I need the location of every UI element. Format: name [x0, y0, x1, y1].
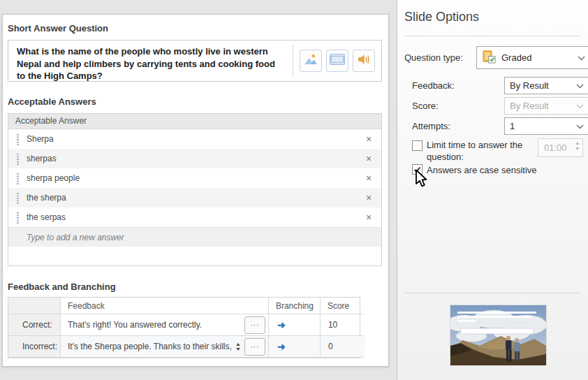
image-icon — [304, 53, 318, 68]
case-sensitive-label[interactable]: Answers are case sensitive — [427, 165, 537, 175]
score-dropdown-disabled: By Result — [504, 97, 588, 115]
feedback-branching-heading: Feedback and Branching — [8, 282, 116, 292]
attempts-label: Attempts: — [412, 121, 450, 131]
feedback-label: Feedback: — [412, 80, 455, 91]
score-label: Score: — [412, 101, 439, 111]
answer-row[interactable]: the sherpa × — [8, 188, 381, 207]
acceptable-answer-column-header: Acceptable Answer — [8, 114, 381, 129]
chevron-down-icon — [576, 101, 584, 111]
add-video-button[interactable] — [326, 50, 348, 72]
case-sensitive-checkbox[interactable] — [412, 164, 422, 175]
score-column-header: Score — [321, 298, 365, 314]
remove-answer-icon[interactable]: × — [356, 192, 381, 203]
question-type-value: Graded — [501, 52, 572, 63]
remove-answer-icon[interactable]: × — [356, 173, 381, 184]
add-image-button[interactable] — [300, 50, 322, 72]
slide-options-title: Slide Options — [404, 10, 479, 24]
feedback-dropdown[interactable]: By Result — [504, 77, 588, 94]
chevron-down-icon — [576, 121, 584, 131]
add-answer-input[interactable]: Type to add a new answer — [8, 227, 381, 247]
time-spinner-icon — [575, 142, 580, 150]
chevron-down-icon — [576, 80, 584, 91]
correct-score-cell[interactable]: 10 — [321, 314, 365, 336]
slide-thumbnail[interactable] — [450, 305, 546, 365]
answer-row[interactable]: sherpa people × — [8, 168, 381, 188]
answer-row[interactable]: sherpas × — [8, 149, 381, 168]
feedback-value: By Result — [510, 80, 573, 91]
answer-text[interactable]: the sherpa — [19, 193, 356, 203]
audio-icon — [357, 53, 371, 68]
question-editor-panel: Short Answer Question What is the name o… — [2, 14, 389, 367]
answer-text[interactable]: the serpas — [19, 212, 356, 222]
checkmark-icon — [413, 163, 421, 176]
question-section-heading: Short Answer Question — [8, 23, 108, 34]
correct-branching-cell[interactable]: ➜ — [269, 314, 321, 336]
time-limit-value: 01:00 — [544, 142, 567, 153]
add-audio-button[interactable] — [353, 50, 375, 72]
remove-answer-icon[interactable]: × — [356, 153, 381, 164]
graded-icon — [483, 50, 496, 66]
attempts-value: 1 — [510, 121, 573, 131]
question-text-box[interactable]: What is the name of the people who mostl… — [8, 40, 382, 82]
question-type-dropdown[interactable]: Graded — [476, 46, 588, 69]
branching-arrow-icon[interactable]: ➜ — [269, 341, 286, 352]
answer-row[interactable]: Sherpa × — [8, 129, 381, 149]
answer-text[interactable]: Sherpa — [19, 134, 356, 144]
question-type-label: Question type: — [404, 52, 463, 63]
divider — [404, 36, 580, 36]
correct-feedback-text[interactable]: That's right! You answered correctly. — [68, 320, 242, 330]
score-value: By Result — [510, 101, 573, 111]
incorrect-feedback-text[interactable]: It's the Sherpa people. Thanks to their … — [68, 342, 232, 351]
branching-column-header: Branching — [269, 298, 321, 314]
limit-time-label[interactable]: Limit time to answer the question: — [427, 139, 537, 163]
remove-answer-icon[interactable]: × — [356, 212, 381, 223]
divider — [404, 293, 580, 293]
branching-arrow-icon[interactable]: ➜ — [269, 319, 286, 330]
answer-row[interactable]: the serpas × — [8, 207, 381, 227]
question-text[interactable]: What is the name of the people who mostl… — [8, 41, 293, 81]
remove-answer-icon[interactable]: × — [356, 133, 381, 145]
limit-time-checkbox[interactable] — [412, 140, 422, 151]
correct-row-label: Correct: — [8, 314, 61, 336]
time-limit-field: 01:00 — [538, 138, 583, 157]
incorrect-score-cell[interactable]: 0 — [321, 336, 365, 358]
scroll-spinner-icon[interactable] — [235, 343, 242, 351]
more-options-button[interactable]: ··· — [244, 338, 265, 356]
correct-feedback-cell[interactable]: That's right! You answered correctly. ··… — [61, 314, 269, 336]
video-icon — [330, 54, 345, 68]
incorrect-feedback-cell[interactable]: It's the Sherpa people. Thanks to their … — [61, 336, 269, 358]
answer-text[interactable]: sherpa people — [19, 173, 356, 183]
chevron-down-icon — [578, 52, 585, 63]
incorrect-row-label: Incorrect: — [8, 336, 61, 358]
media-toolbar — [293, 41, 381, 81]
acceptable-answers-table: Acceptable Answer Sherpa × sherpas × she… — [8, 113, 382, 266]
attempts-dropdown[interactable]: 1 — [504, 117, 588, 135]
slide-options-panel: Slide Options Question type: Graded Feed… — [397, 0, 588, 380]
feedback-column-header: Feedback — [61, 298, 269, 314]
acceptable-answers-heading: Acceptable Answers — [8, 96, 96, 107]
feedback-branching-table: Feedback Branching Score Correct: That's… — [8, 297, 360, 358]
answer-text[interactable]: sherpas — [19, 154, 356, 163]
incorrect-branching-cell[interactable]: ➜ — [269, 336, 321, 358]
more-options-button[interactable]: ··· — [244, 316, 265, 334]
feedback-table-corner — [8, 298, 61, 314]
